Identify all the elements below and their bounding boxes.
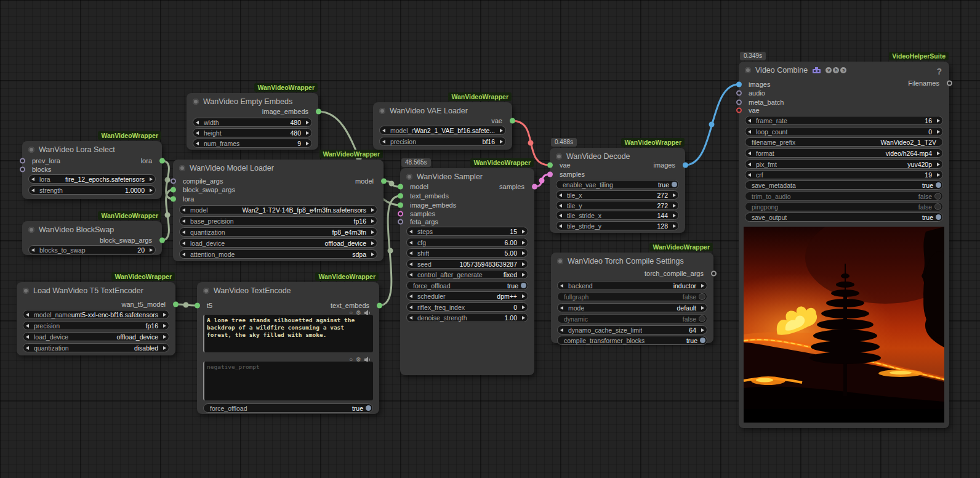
- input-port-samples[interactable]: samples: [550, 170, 585, 179]
- decrement-arrow-icon[interactable]: [31, 248, 34, 252]
- output-port-images[interactable]: images: [654, 161, 685, 169]
- widget-num-frames[interactable]: num_frames 9: [193, 139, 312, 148]
- collapse-dot-icon[interactable]: [203, 288, 209, 294]
- increment-arrow-icon[interactable]: [306, 121, 309, 124]
- input-port-audio[interactable]: audio: [739, 89, 765, 97]
- collapse-dot-icon[interactable]: [556, 153, 562, 160]
- widget-width[interactable]: width 480: [193, 118, 312, 127]
- increment-arrow-icon[interactable]: [306, 131, 309, 135]
- port-dot[interactable]: [711, 271, 717, 277]
- increment-arrow-icon[interactable]: [163, 324, 166, 328]
- widget-save-metadata[interactable]: save_metadata true: [745, 180, 943, 190]
- widget-quantization[interactable]: quantization disabled: [23, 343, 169, 352]
- port-dot[interactable]: [736, 108, 742, 113]
- node-title[interactable]: WanVideo Empty Embeds: [193, 97, 312, 106]
- widget-model-name[interactable]: model_name Wan2_1_VAE_bf16.safete...: [379, 126, 506, 135]
- output-port-lora[interactable]: lora: [141, 156, 162, 165]
- port-dot[interactable]: [736, 100, 742, 105]
- widget-dynamic[interactable]: dynamic false: [557, 314, 707, 323]
- port-dot[interactable]: [683, 163, 688, 168]
- port-dot[interactable]: [736, 91, 742, 96]
- decrement-arrow-icon[interactable]: [26, 324, 29, 328]
- widget-attention-mode[interactable]: attention_mode sdpa: [179, 249, 377, 259]
- node-wanvideo-textencode[interactable]: WanVideoWrapper WanVideo TextEncode t5 t…: [197, 282, 379, 414]
- widget-shift[interactable]: shift 5.00: [406, 248, 528, 257]
- widget-strength[interactable]: strength 1.0000: [28, 185, 156, 195]
- node-wanvideo-sampler[interactable]: 48.565s WanVideoWrapper WanVideo Sampler…: [400, 168, 534, 375]
- decrement-arrow-icon[interactable]: [748, 130, 751, 134]
- widget-pix-fmt[interactable]: pix_fmt yuv420p: [745, 160, 943, 169]
- increment-arrow-icon[interactable]: [522, 241, 525, 245]
- widget-pingpong[interactable]: pingpong false: [745, 202, 943, 211]
- increment-arrow-icon[interactable]: [522, 294, 525, 298]
- port-dot[interactable]: [547, 163, 553, 168]
- widget-base-precision[interactable]: base_precision fp16: [179, 216, 377, 225]
- toggle-knob[interactable]: [672, 182, 677, 187]
- decrement-arrow-icon[interactable]: [560, 306, 563, 310]
- increment-arrow-icon[interactable]: [937, 119, 940, 123]
- increment-arrow-icon[interactable]: [163, 313, 166, 317]
- increment-arrow-icon[interactable]: [371, 219, 374, 223]
- decrement-arrow-icon[interactable]: [196, 131, 199, 135]
- input-port-lora[interactable]: lora: [173, 195, 194, 203]
- port-dot[interactable]: [171, 187, 176, 193]
- node-title[interactable]: WanVideo Model Loader: [179, 164, 377, 172]
- decrement-arrow-icon[interactable]: [409, 251, 412, 255]
- collapse-dot-icon[interactable]: [379, 108, 385, 114]
- input-port-samples[interactable]: samples: [400, 209, 435, 218]
- widget-compile-transformer-blocks[interactable]: compile_transformer_blocks true: [557, 336, 707, 345]
- widget-tile-y[interactable]: tile_y 272: [556, 201, 679, 210]
- increment-arrow-icon[interactable]: [937, 173, 940, 177]
- increment-arrow-icon[interactable]: [673, 193, 676, 197]
- output-port-image-embeds[interactable]: image_embeds: [262, 107, 318, 116]
- positive-prompt-textarea[interactable]: A lone tree stands silhouetted against t…: [203, 315, 373, 352]
- widget-cfg[interactable]: cfg 6.00: [406, 238, 528, 247]
- decrement-arrow-icon[interactable]: [409, 294, 412, 298]
- widget-loop-count[interactable]: loop_count 0: [745, 127, 943, 136]
- widget-crf[interactable]: crf 19: [745, 170, 943, 179]
- widget-scheduler[interactable]: scheduler dpm++: [406, 291, 528, 301]
- increment-arrow-icon[interactable]: [673, 204, 676, 208]
- toggle-knob[interactable]: [934, 193, 941, 200]
- port-dot[interactable]: [736, 82, 742, 87]
- widget-load-device[interactable]: load_device offload_device: [179, 238, 377, 248]
- increment-arrow-icon[interactable]: [522, 262, 525, 266]
- node-title[interactable]: WanVideo Torch Compile Settings: [557, 257, 707, 265]
- port-dot[interactable]: [20, 167, 25, 172]
- node-load-t5-textencoder[interactable]: WanVideoWrapper Load WanVideo T5 TextEnc…: [17, 282, 175, 355]
- increment-arrow-icon[interactable]: [673, 214, 676, 217]
- decrement-arrow-icon[interactable]: [26, 335, 29, 339]
- output-port-model[interactable]: model: [355, 177, 384, 185]
- widget-quantization[interactable]: quantization fp8_e4m3fn: [179, 227, 377, 237]
- increment-arrow-icon[interactable]: [163, 335, 166, 339]
- collapse-dot-icon[interactable]: [23, 288, 29, 294]
- collapse-dot-icon[interactable]: [179, 165, 185, 171]
- input-port-images[interactable]: images: [739, 80, 770, 89]
- output-port-torch-compile-args[interactable]: torch_compile_args: [645, 269, 713, 278]
- collapse-dot-icon[interactable]: [28, 147, 34, 153]
- port-dot[interactable]: [381, 179, 387, 184]
- increment-arrow-icon[interactable]: [522, 316, 525, 320]
- increment-arrow-icon[interactable]: [150, 188, 153, 192]
- increment-arrow-icon[interactable]: [163, 346, 166, 350]
- toggle-knob[interactable]: [936, 214, 941, 220]
- decrement-arrow-icon[interactable]: [26, 313, 29, 317]
- decrement-arrow-icon[interactable]: [559, 193, 562, 197]
- increment-arrow-icon[interactable]: [673, 224, 676, 228]
- widget-filename-prefix[interactable]: filename_prefix WanVideo2_1_T2V: [745, 137, 943, 147]
- node-wanvideo-blockswap[interactable]: WanVideoWrapper WanVideo BlockSwap block…: [22, 221, 162, 255]
- widget-precision[interactable]: precision bf16: [379, 137, 506, 146]
- widget-precision[interactable]: precision fp16: [23, 321, 169, 330]
- widget-dynamo-cache-size-limit[interactable]: dynamo_cache_size_limit 64: [557, 325, 707, 334]
- widget-trim-to-audio[interactable]: trim_to_audio false: [745, 192, 943, 201]
- input-port-vae[interactable]: vae: [550, 161, 571, 169]
- widget-frame-rate[interactable]: frame_rate 16: [745, 116, 943, 125]
- negative-prompt-textarea[interactable]: negative_prompt: [203, 362, 373, 400]
- widget-mode[interactable]: mode default: [557, 303, 707, 312]
- decrement-arrow-icon[interactable]: [559, 204, 562, 208]
- toggle-knob[interactable]: [934, 203, 941, 210]
- node-wanvideo-decode[interactable]: 0.488s WanVideoWrapper WanVideo Decode v…: [550, 148, 685, 233]
- input-port-compile-args[interactable]: compile_args: [173, 177, 223, 185]
- increment-arrow-icon[interactable]: [701, 306, 704, 310]
- input-port-prev-lora[interactable]: prev_lora: [22, 156, 60, 165]
